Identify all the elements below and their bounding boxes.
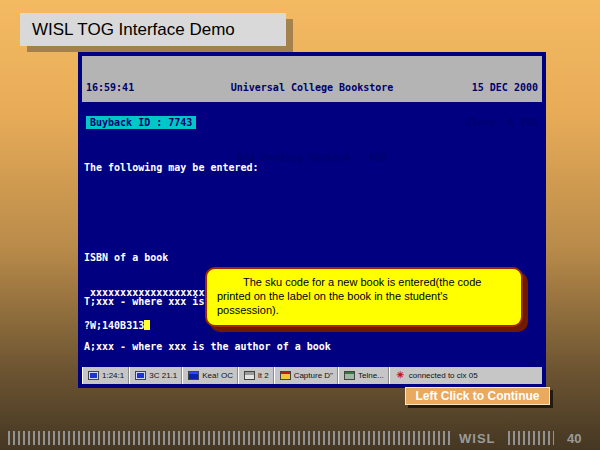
annotation-callout: The sku code for a new book is entered(t… [205, 267, 523, 327]
terminal-header: 16:59:41 Universal College Bookstore 15 … [82, 56, 542, 102]
terminal-time: 16:59:41 [86, 82, 219, 93]
terminal-line: The following may be entered: [84, 162, 542, 173]
terminal-cursor [144, 320, 150, 330]
taskbar-item[interactable]: Capture D" [274, 367, 338, 384]
slide-title: WISL TOG Interface Demo [32, 20, 235, 40]
slide: WISL TOG Interface Demo 16:59:41 Univers… [0, 0, 600, 450]
telnet-icon [344, 371, 355, 380]
taskbar-item[interactable]: 1:24:1 [82, 367, 129, 384]
terminal-body: The following may be entered: ISBN of a … [82, 102, 542, 367]
terminal-line: ISBN of a book [84, 252, 542, 263]
windows-taskbar: 1:24:1 3C 21.1 Kea! OC lt 2 [82, 367, 542, 384]
printer-icon [244, 371, 255, 380]
taskbar-item[interactable]: Kea! OC [182, 367, 238, 384]
taskbar-item-label: 3C 21.1 [149, 371, 177, 380]
taskbar-item[interactable]: connected to cix 05 [389, 367, 483, 384]
barcode-decoration-right [508, 431, 554, 445]
callout-text-line: possession). [217, 303, 511, 317]
taskbar-item[interactable]: 3C 21.1 [129, 367, 182, 384]
continue-button-label: Left Click to Continue [416, 389, 540, 403]
monitor-icon [135, 371, 146, 380]
capture-icon [280, 371, 291, 380]
taskbar-item-label: Telne... [358, 371, 384, 380]
taskbar-item-label: 1:24:1 [102, 371, 124, 380]
connection-icon [395, 371, 406, 380]
terminal-input-value: ?W;140B313 [84, 320, 144, 331]
page-number: 40 [567, 431, 581, 446]
taskbar-item-label: lt 2 [258, 371, 269, 380]
terminal-store-name: Universal College Bookstore [219, 82, 405, 93]
taskbar-item[interactable]: Telne... [338, 367, 389, 384]
taskbar-item-label: connected to cix 05 [409, 371, 478, 380]
taskbar-item-label: Capture D" [294, 371, 333, 380]
monitor-icon [88, 371, 99, 380]
footer-brand: WISL [459, 431, 496, 446]
terminal-line [84, 207, 542, 218]
slide-title-box: WISL TOG Interface Demo [20, 13, 286, 46]
callout-text-line: printed on the label on the book in the … [217, 289, 511, 303]
window-icon [188, 371, 199, 380]
taskbar-item-label: Kea! OC [202, 371, 233, 380]
terminal-window: 16:59:41 Universal College Bookstore 15 … [78, 52, 546, 388]
callout-text-line: The sku code for a new book is entered(t… [217, 275, 511, 289]
barcode-decoration-left [8, 431, 452, 445]
continue-button[interactable]: Left Click to Continue [405, 387, 550, 405]
slide-footer: WISL 40 [0, 427, 600, 450]
terminal-date: 15 DEC 2000 [405, 82, 538, 93]
taskbar-item[interactable]: lt 2 [238, 367, 274, 384]
